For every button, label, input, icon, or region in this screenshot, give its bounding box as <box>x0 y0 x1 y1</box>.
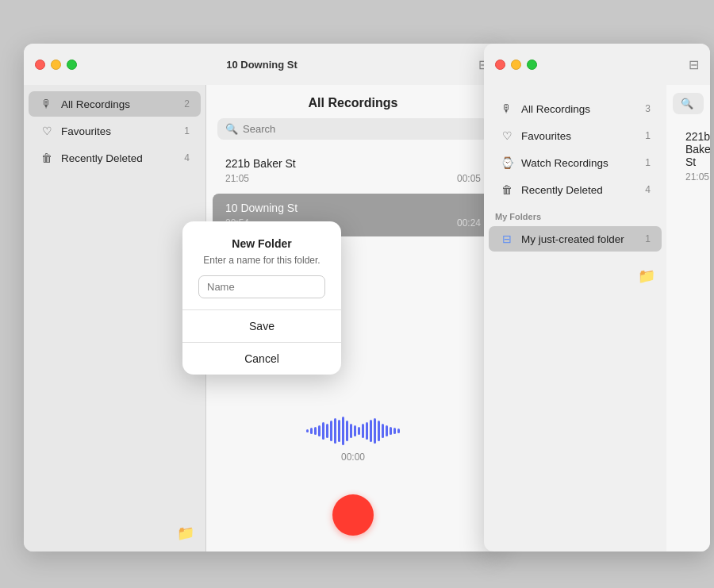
waveform-bar <box>374 418 376 444</box>
front-folder-icon: ⊟ <box>500 233 514 245</box>
waveform-bar <box>378 421 380 440</box>
dialog-subtitle: Enter a name for this folder. <box>206 255 325 266</box>
waveform-bar <box>338 420 340 443</box>
sidebar-section-my-folders: My Folders <box>484 204 666 225</box>
new-folder-icon[interactable]: 📁 <box>177 525 194 542</box>
sidebar-count-recently-deleted: 4 <box>184 152 190 163</box>
record-button[interactable] <box>332 494 374 536</box>
recording-date-1: 21:05 <box>225 173 249 184</box>
recording-meta-1: 21:05 00:05 <box>225 173 481 184</box>
waveform-bar <box>346 421 348 440</box>
right-main: 🔍 221b Baker St 21:05 <box>666 85 710 551</box>
front-sidebar-item-recently-deleted[interactable]: 🗑 Recently Deleted 4 <box>489 177 662 202</box>
sidebar-label-recently-deleted: Recently Deleted <box>61 152 177 164</box>
window-back-body: 🎙 All Recordings 2 ♡ Favourites 1 🗑 Rece… <box>24 85 500 551</box>
traffic-lights-front <box>495 60 537 70</box>
front-sidebar-label-favourites: Favourites <box>521 130 638 142</box>
sidebar-bottom: 📁 <box>24 515 205 551</box>
minimize-button[interactable] <box>51 60 61 70</box>
close-button-front[interactable] <box>495 60 505 70</box>
waveform-area: 00:00 <box>206 399 500 478</box>
window-back: 10 Downing St ⊟ 🎙 All Recordings 2 ♡ Fav… <box>24 44 500 551</box>
waveform-bar <box>342 417 344 445</box>
waveform-time: 00:00 <box>341 452 365 463</box>
waveform-bar <box>330 421 332 440</box>
front-new-folder-icon[interactable]: 📁 <box>638 267 655 285</box>
front-sidebar-item-all-recordings[interactable]: 🎙 All Recordings 3 <box>489 96 662 121</box>
waveform-bar <box>326 424 328 438</box>
waveform-bar <box>370 420 372 443</box>
waveform <box>306 415 400 447</box>
sidebar-count-all-recordings: 2 <box>184 98 190 110</box>
front-sidebar-bottom: 📁 <box>484 258 666 294</box>
sidebar-item-favourites[interactable]: ♡ Favourites 1 <box>29 118 201 144</box>
waveform-bar <box>350 424 352 438</box>
search-icon-back: 🔍 <box>225 123 238 135</box>
window-front-content: 🎙 All Recordings 3 ♡ Favourites 1 ⌚ Watc… <box>484 85 710 551</box>
titlebar-back: 10 Downing St ⊟ <box>24 44 500 85</box>
maximize-button[interactable] <box>67 60 77 70</box>
maximize-button-front[interactable] <box>527 60 537 70</box>
front-search-bar: 🔍 <box>673 93 704 114</box>
minimize-button-front[interactable] <box>511 60 521 70</box>
waveform-bar <box>366 422 368 440</box>
heart-icon: ♡ <box>40 125 54 137</box>
front-heart-icon: ♡ <box>500 129 514 142</box>
dialog-cancel-button[interactable]: Cancel <box>206 343 341 375</box>
close-button[interactable] <box>35 60 45 70</box>
sidebar-item-all-recordings[interactable]: 🎙 All Recordings 2 <box>29 91 201 117</box>
sidebar-toggle-icon-front[interactable]: ⊟ <box>689 57 699 72</box>
front-sidebar-label-all-recordings: All Recordings <box>521 103 638 115</box>
front-sidebar-label-watch-recordings: Watch Recordings <box>521 157 638 169</box>
new-folder-dialog: New Folder Enter a name for this folder.… <box>206 221 341 375</box>
front-sidebar-item-favourites[interactable]: ♡ Favourites 1 <box>489 123 662 148</box>
record-btn-area <box>206 478 500 551</box>
titlebar-front: ⊟ <box>484 44 710 85</box>
sidebar-count-favourites: 1 <box>184 125 190 136</box>
search-bar-back: 🔍 <box>217 118 489 140</box>
front-sidebar-count-recently-deleted: 4 <box>645 184 651 195</box>
recording-duration-2: 00:24 <box>457 217 481 229</box>
front-sidebar-label-recently-deleted: Recently Deleted <box>521 184 638 196</box>
mic-icon: 🎙 <box>40 98 54 110</box>
desktop: 10 Downing St ⊟ 🎙 All Recordings 2 ♡ Fav… <box>0 0 714 588</box>
recording-title-1: 221b Baker St <box>225 157 481 170</box>
window-front: ⊟ 🎙 All Recordings 3 ♡ Favourites 1 <box>484 44 710 551</box>
sidebar-item-recently-deleted[interactable]: 🗑 Recently Deleted 4 <box>29 145 201 171</box>
waveform-bar <box>306 429 309 432</box>
trash-icon: 🗑 <box>40 152 54 164</box>
front-recording-item-1[interactable]: 221b Baker St 21:05 <box>673 122 704 190</box>
front-recording-meta-1: 21:05 <box>685 171 691 183</box>
front-trash-icon: 🗑 <box>500 183 514 196</box>
front-recording-title-1: 221b Baker St <box>685 130 691 168</box>
waveform-bar <box>397 429 400 432</box>
front-sidebar-count-favourites: 1 <box>645 130 651 141</box>
waveform-bar <box>310 428 313 433</box>
main-content-back: All Recordings 🔍 221b Baker St 21:05 00:… <box>206 85 500 551</box>
waveform-bar <box>334 418 336 444</box>
front-sidebar-count-all-recordings: 3 <box>645 103 651 114</box>
dialog-save-button[interactable]: Save <box>206 310 341 342</box>
front-recording-date-1: 21:05 <box>685 171 709 183</box>
waveform-bar <box>318 425 321 436</box>
front-sidebar-item-watch-recordings[interactable]: ⌚ Watch Recordings 1 <box>489 150 662 175</box>
sidebar-label-all-recordings: All Recordings <box>61 98 177 110</box>
front-search-icon: 🔍 <box>681 98 693 110</box>
front-watch-icon: ⌚ <box>500 156 514 169</box>
waveform-bar <box>382 424 384 438</box>
search-input-back[interactable] <box>243 123 481 135</box>
recording-duration-1: 00:05 <box>457 173 481 184</box>
sidebar-label-favourites: Favourites <box>61 125 177 137</box>
waveform-bar <box>358 427 360 436</box>
sidebar-back: 🎙 All Recordings 2 ♡ Favourites 1 🗑 Rece… <box>24 85 206 551</box>
waveform-bar <box>314 427 317 436</box>
dialog-name-input[interactable] <box>206 275 325 298</box>
waveform-bar <box>362 424 364 438</box>
front-sidebar-label-folder: My just-created folder <box>521 233 638 245</box>
recording-item-1[interactable]: 221b Baker St 21:05 00:05 <box>213 149 493 192</box>
front-sidebar-item-folder[interactable]: ⊟ My just-created folder 1 <box>489 226 662 252</box>
waveform-bar <box>390 427 392 436</box>
waveform-bar <box>354 425 356 436</box>
sidebar-front: 🎙 All Recordings 3 ♡ Favourites 1 ⌚ Watc… <box>484 85 666 551</box>
traffic-lights-back <box>35 60 77 70</box>
